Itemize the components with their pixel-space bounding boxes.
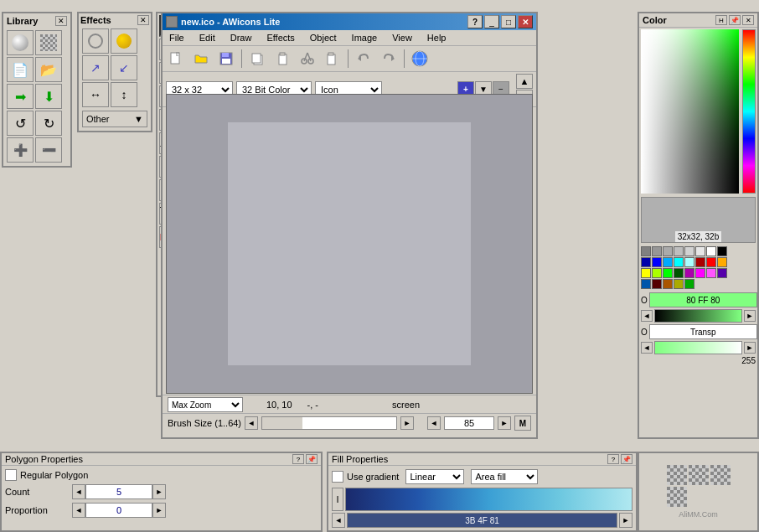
brush-prev[interactable]: ◄ — [245, 416, 258, 430]
lib-btn-arrow-down[interactable]: ⬇ — [35, 84, 62, 109]
menu-edit[interactable]: Edit — [196, 32, 219, 44]
gradient-checkbox[interactable] — [332, 471, 343, 483]
swatch-bebebe[interactable] — [674, 246, 684, 256]
color-close-btn[interactable]: ✕ — [742, 15, 754, 25]
slider2-right[interactable]: ► — [744, 342, 756, 354]
swatch-0000ff[interactable] — [652, 257, 662, 267]
swatch-ff55ff[interactable] — [706, 268, 716, 278]
proportion-prev[interactable]: ◄ — [72, 503, 85, 518]
menu-object[interactable]: Object — [307, 32, 340, 44]
swatch-0000aa[interactable] — [641, 257, 651, 267]
color-slider-1[interactable] — [654, 309, 742, 323]
slider1-right[interactable]: ► — [744, 310, 756, 322]
swatch-aaaaaa[interactable] — [663, 246, 673, 256]
canvas-area[interactable] — [166, 94, 533, 394]
tb-save[interactable] — [214, 48, 238, 70]
swatch-ffaa00[interactable] — [717, 257, 727, 267]
lib-btn-checker[interactable] — [35, 30, 62, 55]
poly-help-btn[interactable]: ? — [292, 454, 304, 464]
lib-btn-rotate-right[interactable]: ↻ — [35, 111, 62, 136]
tb-cut[interactable] — [296, 48, 319, 70]
regular-polygon-checkbox[interactable] — [5, 469, 17, 481]
menu-draw[interactable]: Draw — [227, 32, 256, 44]
swatch-ff00ff[interactable] — [695, 268, 705, 278]
swatch-ffff00[interactable] — [641, 268, 651, 278]
tb-paste2[interactable] — [321, 48, 344, 70]
menu-file[interactable]: File — [166, 32, 188, 44]
fill-help-btn[interactable]: ? — [607, 454, 619, 464]
lib-btn-new-doc[interactable]: 📄 — [7, 57, 34, 82]
gradient-marker[interactable]: I — [332, 488, 343, 511]
swatch-0055aa[interactable] — [641, 279, 651, 289]
tb-open[interactable] — [189, 48, 213, 70]
sv-overlay[interactable] — [641, 29, 739, 194]
swatch-aaffff[interactable] — [684, 257, 694, 267]
minimize-button[interactable]: _ — [484, 15, 499, 28]
menu-effects[interactable]: Effects — [263, 32, 297, 44]
swatch-00ffff[interactable] — [674, 257, 684, 267]
swatch-000000[interactable] — [717, 246, 727, 256]
eff-btn-arrow-downleft[interactable]: ↙ — [111, 55, 137, 80]
brush-track[interactable] — [261, 416, 397, 430]
color-slider-2[interactable] — [654, 341, 742, 354]
count-prev[interactable]: ◄ — [72, 484, 85, 499]
slider1-left[interactable]: ◄ — [641, 310, 653, 322]
poly-pin-btn[interactable]: 📌 — [306, 454, 318, 464]
tb-copy[interactable] — [245, 48, 269, 70]
swatch-ff0000[interactable] — [706, 257, 716, 267]
size-next[interactable]: ► — [498, 416, 511, 430]
zoom-select[interactable]: Max Zoom — [168, 397, 243, 412]
swatch-e6e6e6[interactable] — [695, 246, 705, 256]
effects-close-button[interactable]: ✕ — [137, 15, 149, 25]
lib-btn-remove[interactable]: ➖ — [35, 137, 62, 163]
color-pin-btn[interactable]: 📌 — [729, 15, 741, 25]
swatch-aa0000[interactable] — [695, 257, 705, 267]
help-button[interactable]: ? — [467, 15, 483, 28]
tb-paste[interactable] — [271, 48, 294, 70]
lib-btn-sphere[interactable] — [7, 30, 34, 55]
size-prev[interactable]: ◄ — [427, 416, 441, 430]
lib-btn-open-doc[interactable]: 📂 — [35, 57, 62, 82]
swatch-808080[interactable] — [641, 246, 651, 256]
lib-btn-arrow-right[interactable]: ➡ — [7, 84, 34, 109]
maximize-button[interactable]: □ — [501, 15, 516, 28]
menu-view[interactable]: View — [389, 32, 416, 44]
effects-dropdown[interactable]: Other ▼ — [82, 111, 147, 127]
eff-btn-flip-v[interactable]: ↕ — [111, 82, 137, 107]
eff-btn-circle-outline[interactable] — [82, 28, 109, 54]
brush-next[interactable]: ► — [400, 416, 414, 430]
eff-btn-arrow-upright[interactable]: ↗ — [82, 55, 109, 80]
gradient-bar[interactable] — [345, 488, 632, 511]
swatch-ffffff[interactable] — [706, 246, 716, 256]
swatch-aa5500[interactable] — [663, 279, 673, 289]
slider2-left[interactable]: ◄ — [641, 342, 653, 354]
swatch-005500[interactable] — [674, 268, 684, 278]
proportion-next[interactable]: ► — [152, 503, 166, 518]
swatch-00aaff[interactable] — [663, 257, 673, 267]
m-button[interactable]: M — [514, 416, 531, 431]
color-help-btn[interactable]: H — [715, 15, 727, 25]
swatch-5500aa[interactable] — [717, 268, 727, 278]
sv-picker[interactable] — [641, 29, 739, 194]
menu-help[interactable]: Help — [424, 32, 450, 44]
swatch-00ff00[interactable] — [663, 268, 673, 278]
swatch-969696[interactable] — [652, 246, 662, 256]
tb-undo[interactable] — [352, 48, 375, 70]
linear-select[interactable]: Linear — [405, 469, 464, 484]
swatch-d2d2d2[interactable] — [684, 246, 694, 256]
hue-strip[interactable] — [742, 29, 756, 194]
tb-redo[interactable] — [377, 48, 400, 70]
close-button[interactable]: ✕ — [518, 15, 533, 28]
count-next[interactable]: ► — [152, 484, 166, 499]
color-hex-input[interactable] — [649, 292, 757, 307]
lib-btn-rotate-left[interactable]: ↺ — [7, 111, 34, 136]
swatch-00aa00[interactable] — [684, 279, 694, 289]
swatch-aa00aa[interactable] — [684, 268, 694, 278]
tb-new[interactable] — [164, 48, 188, 70]
swatch-aaaa00[interactable] — [674, 279, 684, 289]
eff-btn-flip-h[interactable]: ↔ — [82, 82, 109, 107]
transp-input[interactable]: Transp — [649, 324, 757, 339]
swatch-550000[interactable] — [652, 279, 662, 289]
fill-pin-btn[interactable]: 📌 — [621, 454, 632, 464]
gradient-next[interactable]: ► — [619, 513, 632, 528]
